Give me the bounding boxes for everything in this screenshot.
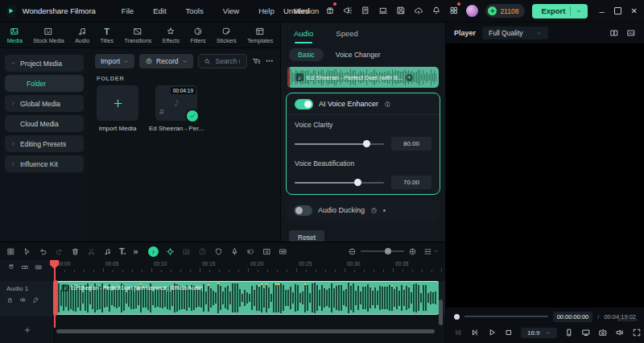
volume-icon[interactable] bbox=[615, 328, 625, 337]
menu-help[interactable]: Help bbox=[258, 6, 275, 15]
seek-track[interactable] bbox=[464, 316, 548, 317]
audio-thumbnail[interactable]: ♪ ♫ 00:04:19 bbox=[155, 85, 197, 121]
time-ruler[interactable]: 00:0000:0500:1000:1500:2000:2500:3000:35 bbox=[55, 260, 445, 273]
close-button[interactable]: ✕ bbox=[631, 6, 638, 15]
tab-speed[interactable]: Speed bbox=[336, 29, 357, 38]
save-button[interactable] bbox=[396, 4, 406, 19]
tab-filters[interactable]: Filters bbox=[190, 27, 205, 43]
tab-stickers[interactable]: Stickers bbox=[217, 27, 237, 43]
compare-view-icon[interactable] bbox=[609, 28, 619, 38]
import-media-tile[interactable]: Import Media bbox=[97, 85, 138, 132]
camera-icon[interactable] bbox=[182, 247, 191, 256]
apps-button[interactable] bbox=[449, 4, 459, 19]
auto-ripple-icon[interactable] bbox=[279, 247, 287, 256]
cloud-upload-button[interactable] bbox=[414, 4, 423, 19]
tab-transitions[interactable]: Transitions bbox=[124, 27, 151, 43]
undo-icon[interactable] bbox=[39, 247, 47, 256]
track-manager-button[interactable] bbox=[423, 247, 439, 256]
tab-effects[interactable]: Effects bbox=[163, 27, 180, 43]
next-frame-icon[interactable] bbox=[470, 328, 480, 337]
vertical-scrollbar[interactable] bbox=[439, 300, 443, 325]
tab-audio[interactable]: Audio bbox=[294, 29, 313, 38]
lock-icon[interactable] bbox=[6, 296, 14, 304]
cursor-icon[interactable] bbox=[23, 247, 31, 256]
sidebar-item-folder[interactable]: Folder bbox=[5, 75, 84, 92]
more-chevrons-icon[interactable]: » bbox=[134, 247, 138, 256]
audio-track-header[interactable]: Audio 1 bbox=[0, 281, 54, 316]
filter-icon[interactable] bbox=[252, 57, 261, 66]
tab-templates[interactable]: Templates bbox=[247, 27, 273, 43]
zoom-slider-handle[interactable] bbox=[385, 248, 391, 254]
gift-button[interactable] bbox=[325, 4, 335, 19]
screen-record-icon[interactable] bbox=[262, 247, 271, 256]
record-button[interactable]: Record bbox=[139, 54, 192, 68]
minimize-button[interactable]: – bbox=[599, 6, 604, 16]
restore-button[interactable] bbox=[614, 7, 621, 14]
keyboard-icon[interactable] bbox=[35, 263, 43, 271]
magnet-icon[interactable] bbox=[7, 263, 15, 271]
tab-stock-media[interactable]: Stock Media bbox=[33, 27, 64, 43]
scissors-icon[interactable] bbox=[87, 247, 96, 256]
more-options-icon[interactable]: ⋯ bbox=[266, 57, 274, 65]
menu-view[interactable]: View bbox=[223, 6, 239, 15]
import-button[interactable]: Import bbox=[95, 54, 134, 68]
slider-track[interactable] bbox=[295, 143, 384, 145]
zoom-out-icon[interactable] bbox=[348, 247, 357, 256]
quality-dropdown[interactable]: Full Quality bbox=[482, 27, 548, 39]
slider-value[interactable]: 80.00 bbox=[391, 137, 431, 151]
seek-handle[interactable] bbox=[454, 314, 460, 320]
mic-slant-icon[interactable] bbox=[32, 296, 39, 304]
scopes-icon[interactable] bbox=[626, 28, 636, 38]
selected-clip-strip[interactable]: ♪ Ed Sheeran - Perfect Duet (with B... bbox=[287, 67, 439, 88]
aspect-ratio-dropdown[interactable]: 16:9 bbox=[521, 328, 557, 338]
script-button[interactable] bbox=[361, 4, 370, 19]
slider-handle[interactable] bbox=[354, 179, 361, 186]
sidebar-item-global-media[interactable]: Global Media bbox=[5, 95, 84, 112]
fullscreen-icon[interactable] bbox=[632, 328, 642, 337]
clock-icon[interactable] bbox=[198, 247, 207, 256]
play-icon[interactable] bbox=[487, 328, 497, 337]
slider-handle[interactable] bbox=[363, 140, 370, 147]
link-box-icon[interactable] bbox=[21, 263, 29, 271]
audio-media-tile[interactable]: ♪ ♫ 00:04:19 Ed Sheeran - Per... bbox=[149, 85, 204, 132]
audio-ducking-toggle[interactable] bbox=[294, 205, 312, 216]
sidebar-item-cloud-media[interactable]: Cloud Media bbox=[5, 115, 84, 132]
text-tool-icon[interactable]: T. bbox=[119, 247, 126, 256]
horizontal-scrollbar[interactable] bbox=[56, 329, 435, 333]
add-track-icon[interactable] bbox=[23, 326, 31, 334]
subtab-basic[interactable]: Basic bbox=[289, 48, 324, 61]
avatar[interactable] bbox=[466, 5, 478, 17]
import-media-dropzone[interactable] bbox=[97, 85, 138, 121]
redo-icon[interactable] bbox=[55, 247, 64, 256]
slider-value[interactable]: 70.00 bbox=[391, 176, 431, 189]
tab-audio[interactable]: Audio bbox=[75, 27, 89, 43]
slider-track[interactable] bbox=[295, 182, 384, 184]
video-preview[interactable] bbox=[446, 43, 644, 308]
menu-edit[interactable]: Edit bbox=[153, 6, 166, 15]
music-note-icon[interactable] bbox=[103, 247, 112, 256]
voice-enhancer-icon[interactable]: ♪ bbox=[148, 246, 159, 257]
sidebar-item-influence-kit[interactable]: Influence Kit bbox=[5, 155, 84, 172]
keyframe-icon[interactable] bbox=[166, 247, 175, 256]
info-icon[interactable] bbox=[384, 101, 391, 108]
coin-balance[interactable]: + 21108 bbox=[485, 4, 525, 18]
cast-display-icon[interactable] bbox=[581, 328, 591, 337]
prev-frame-icon[interactable] bbox=[453, 328, 463, 337]
audio-clip[interactable]: ♪ Ed Sheeran - Perfect Duet (with Beyonc… bbox=[55, 281, 439, 315]
megaphone-button[interactable] bbox=[343, 4, 353, 19]
sidebar-item-project-media[interactable]: Project Media bbox=[5, 55, 84, 72]
marker-icon[interactable] bbox=[564, 328, 574, 337]
menu-file[interactable]: File bbox=[122, 6, 134, 15]
zoom-slider[interactable] bbox=[361, 250, 404, 252]
laptop-button[interactable] bbox=[378, 4, 388, 19]
export-button[interactable]: Export bbox=[532, 4, 588, 19]
sidebar-item-editing-presets[interactable]: Editing Presets bbox=[5, 135, 84, 152]
trash-icon[interactable] bbox=[71, 247, 80, 256]
stop-icon[interactable] bbox=[504, 328, 514, 337]
mask-icon[interactable] bbox=[214, 247, 223, 256]
volume-icon[interactable] bbox=[19, 296, 27, 304]
camera-icon[interactable] bbox=[598, 328, 608, 337]
tab-titles[interactable]: TTitles bbox=[100, 27, 113, 43]
apps-icon[interactable] bbox=[6, 247, 15, 256]
search-input[interactable] bbox=[214, 56, 242, 66]
